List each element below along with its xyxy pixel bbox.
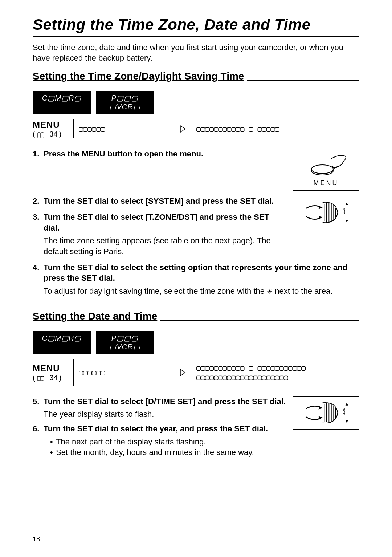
step-6-bullets: The next part of the display starts flas… (50, 436, 287, 458)
section2-heading-text: Setting the Date and Time (33, 310, 157, 322)
illus-menu-caption: MENU (314, 179, 339, 187)
step-3-num: 3. (33, 212, 41, 233)
title-rule (33, 36, 359, 37)
menu-label: MENU ( 34) (33, 119, 69, 138)
section1-menu-row: MENU ( 34) ▢▢▢▢▢▢ ▢▢▢▢▢▢▢▢▢▢▢ ▢ ▢▢▢▢▢ (33, 119, 359, 138)
menu-arrow-icon (179, 359, 187, 386)
illus-set-dial-2: SET (293, 396, 359, 430)
menu-ref-num: 34 (49, 374, 57, 382)
section2-modes: C▢M▢R▢ P▢▢▢ ▢VCR▢ (33, 331, 359, 354)
step-6-num: 6. (33, 423, 41, 434)
step-4: 4. Turn the SET dial to select the setti… (33, 262, 359, 284)
menu-box-2: ▢▢▢▢▢▢▢▢▢▢▢ ▢ ▢▢▢▢▢▢▢▢▢▢▢ ▢▢▢▢▢▢▢▢▢▢▢▢▢▢… (191, 359, 359, 386)
book-icon (37, 131, 45, 137)
menu-arrow-icon (179, 119, 187, 138)
step-4-num: 4. (33, 262, 41, 284)
page-number: 18 (33, 536, 40, 543)
step-6: 6. Turn the SET dial to select the year,… (33, 423, 287, 434)
step-1: 1. Press the MENU button to open the men… (33, 149, 287, 159)
step-1-num: 1. (33, 149, 41, 159)
step-2: 2. Turn the SET dial to select [SYSTEM] … (33, 196, 287, 207)
step-4-sub-prefix: To adjust for daylight saving time, sele… (44, 286, 267, 296)
mode-camera: C▢M▢R▢ (33, 91, 91, 114)
menu-ref: ( 34) (33, 130, 69, 138)
section1-modes: C▢M▢R▢ P▢▢▢ ▢VCR▢ (33, 91, 359, 114)
step-2-num: 2. (33, 196, 41, 207)
section2-menu-row: MENU ( 34) ▢▢▢▢▢▢ ▢▢▢▢▢▢▢▢▢▢▢ ▢ ▢▢▢▢▢▢▢▢… (33, 359, 359, 386)
menu-ref: ( 34) (33, 374, 69, 382)
step-4-text: Turn the SET dial to select the setting … (44, 262, 359, 284)
book-icon (37, 375, 45, 381)
section2-heading: Setting the Date and Time (33, 310, 359, 322)
menu-box-2: ▢▢▢▢▢▢▢▢▢▢▢ ▢ ▢▢▢▢▢ (191, 119, 359, 138)
mode-play-vcr: P▢▢▢ ▢VCR▢ (96, 331, 154, 354)
menu-box-1: ▢▢▢▢▢▢ (73, 359, 175, 386)
step-4-sub-suffix: next to the area. (275, 286, 332, 296)
menu-box-1: ▢▢▢▢▢▢ (73, 119, 175, 138)
section2-steps: 5. Turn the SET dial to select [D/TIME S… (33, 396, 359, 463)
step-5: 5. Turn the SET dial to select [D/TIME S… (33, 396, 287, 407)
step-6-text: Turn the SET dial to select the year, an… (44, 423, 268, 434)
menu-label: MENU ( 34) (33, 359, 69, 386)
svg-text:SET: SET (342, 207, 346, 214)
mode-play-vcr: P▢▢▢ ▢VCR▢ (96, 91, 154, 114)
step-3: 3. Turn the SET dial to select [T.ZONE/D… (33, 212, 287, 233)
svg-point-1 (311, 165, 333, 174)
intro-text: Set the time zone, date and time when yo… (33, 42, 359, 63)
step-5-num: 5. (33, 396, 41, 407)
heading-rule (247, 80, 359, 81)
dst-sun-icon: ☀ (267, 288, 273, 295)
section1-heading: Setting the Time Zone/Daylight Saving Ti… (33, 70, 359, 82)
step-6-bullet-2: Set the month, day, hours and minutes in… (50, 447, 287, 458)
menu-word: MENU (33, 363, 69, 374)
step-4-row: 4. Turn the SET dial to select the setti… (33, 262, 359, 297)
step-1-row: 1. Press the MENU button to open the men… (33, 149, 359, 191)
illus-set-dial-1: SET (293, 196, 359, 229)
illus-menu-button: MENU (293, 149, 359, 191)
step-5-text: Turn the SET dial to select [D/TIME SET]… (44, 396, 286, 407)
step-6-bullet-1: The next part of the display starts flas… (50, 436, 287, 447)
heading-rule (160, 320, 359, 321)
mode-camera: C▢M▢R▢ (33, 331, 91, 354)
section1-heading-text: Setting the Time Zone/Daylight Saving Ti… (33, 70, 244, 82)
step-3-sub: The time zone setting appears (see table… (44, 235, 287, 257)
step-2-text: Turn the SET dial to select [SYSTEM] and… (44, 196, 274, 207)
step-5-row: 5. Turn the SET dial to select [D/TIME S… (33, 396, 359, 458)
step-3-text: Turn the SET dial to select [T.ZONE/DST]… (44, 212, 287, 233)
menu-word: MENU (33, 120, 69, 130)
step-2-3-row: 2. Turn the SET dial to select [SYSTEM] … (33, 196, 359, 257)
svg-text:SET: SET (342, 408, 346, 415)
page-title: Setting the Time Zone, Date and Time (33, 16, 359, 33)
section1-steps: 1. Press the MENU button to open the men… (33, 149, 359, 302)
menu-ref-num: 34 (49, 130, 57, 138)
step-4-sub: To adjust for daylight saving time, sele… (44, 286, 359, 297)
step-5-sub: The year display starts to flash. (44, 409, 287, 420)
step-1-text: Press the MENU button to open the menu. (44, 149, 203, 159)
